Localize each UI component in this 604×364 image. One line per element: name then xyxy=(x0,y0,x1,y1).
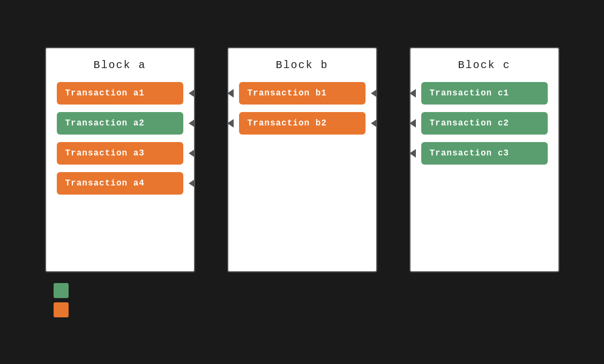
tx-a2: Transaction a2 xyxy=(57,112,183,135)
block-c: Block cTransaction c1Transaction c2Trans… xyxy=(409,47,560,272)
tx-c1: Transaction c1 xyxy=(421,82,548,105)
tx-c2: Transaction c2 xyxy=(421,112,548,135)
legend-item-green xyxy=(54,283,69,298)
block-c-transactions: Transaction c1Transaction c2Transaction … xyxy=(421,82,548,165)
diagram-area: Block aTransaction a1Transaction a2Trans… xyxy=(0,47,604,317)
blocks-row: Block aTransaction a1Transaction a2Trans… xyxy=(21,47,583,272)
tx-c3: Transaction c3 xyxy=(421,142,548,165)
tx-b2: Transaction b2 xyxy=(239,112,366,135)
legend-item-orange xyxy=(54,302,69,317)
block-b: Block bTransaction b1Transaction b2 xyxy=(227,47,377,272)
block-a-transactions: Transaction a1Transaction a2Transaction … xyxy=(57,82,183,195)
legend-swatch-green xyxy=(54,283,69,298)
block-a-title: Block a xyxy=(93,59,146,71)
tx-a1: Transaction a1 xyxy=(57,82,183,105)
tx-a3: Transaction a3 xyxy=(57,142,183,165)
block-b-title: Block b xyxy=(275,59,328,71)
block-c-title: Block c xyxy=(458,59,510,71)
legend-area xyxy=(54,283,69,317)
block-b-transactions: Transaction b1Transaction b2 xyxy=(239,82,366,135)
block-a: Block aTransaction a1Transaction a2Trans… xyxy=(45,47,195,272)
legend-swatch-orange xyxy=(54,302,69,317)
tx-a4: Transaction a4 xyxy=(57,172,183,195)
tx-b1: Transaction b1 xyxy=(239,82,366,105)
